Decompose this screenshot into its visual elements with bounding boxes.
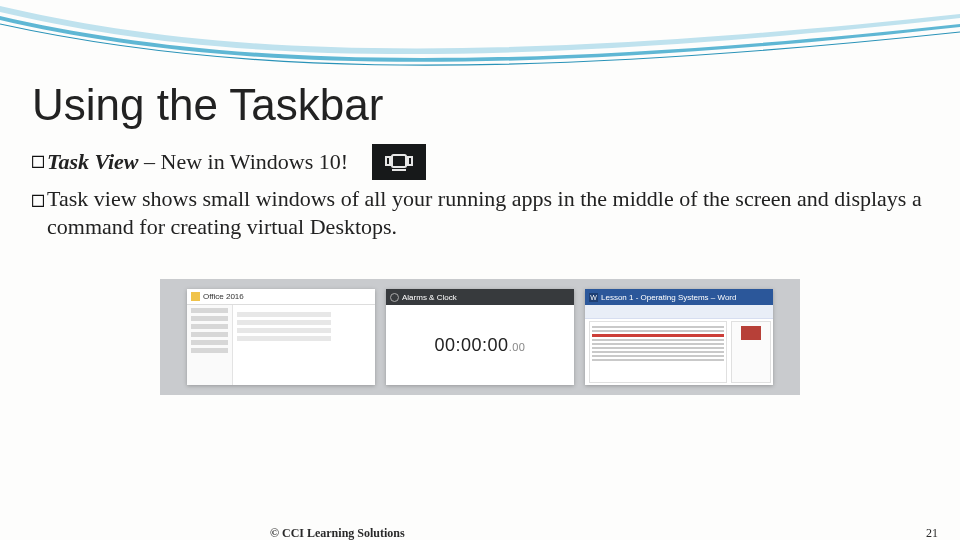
thumb-word: WLesson 1 - Operating Systems – Word bbox=[585, 289, 773, 385]
thumb-alarms-clock: Alarms & Clock 00:00:00.00 bbox=[386, 289, 574, 385]
svg-rect-1 bbox=[386, 157, 390, 165]
thumb-file-explorer: Office 2016 bbox=[187, 289, 375, 385]
footer-copyright: © CCI Learning Solutions bbox=[270, 526, 405, 540]
bullet-1-rest: – New in Windows 10! bbox=[139, 149, 349, 174]
time-main: 00:00:00 bbox=[435, 335, 509, 355]
bullet-1-bold: Task View bbox=[47, 149, 139, 174]
stopwatch-readout: 00:00:00.00 bbox=[435, 335, 526, 356]
bullet-1: □ Task View – New in Windows 10! bbox=[32, 146, 928, 182]
page-number: 21 bbox=[926, 526, 938, 540]
time-cent: .00 bbox=[509, 341, 526, 353]
clock-icon bbox=[390, 293, 399, 302]
svg-rect-2 bbox=[408, 157, 412, 165]
slide-title: Using the Taskbar bbox=[32, 82, 928, 128]
bullet-2-text: Task view shows small windows of all you… bbox=[47, 185, 928, 241]
svg-rect-0 bbox=[392, 155, 406, 167]
word-icon: W bbox=[589, 293, 598, 302]
bullet-marker: □ bbox=[32, 146, 44, 174]
thumb3-title: Lesson 1 - Operating Systems – Word bbox=[601, 293, 736, 302]
bullet-1-text: Task View – New in Windows 10! bbox=[47, 146, 426, 182]
task-view-preview: Office 2016 Alarms & Clock 00:00:00.00 W… bbox=[160, 279, 800, 395]
bullet-marker: □ bbox=[32, 185, 44, 213]
task-view-icon bbox=[372, 144, 426, 180]
thumb1-title: Office 2016 bbox=[203, 292, 244, 301]
bullet-2: □ Task view shows small windows of all y… bbox=[32, 185, 928, 241]
thumb2-title: Alarms & Clock bbox=[402, 293, 457, 302]
folder-icon bbox=[191, 292, 200, 301]
